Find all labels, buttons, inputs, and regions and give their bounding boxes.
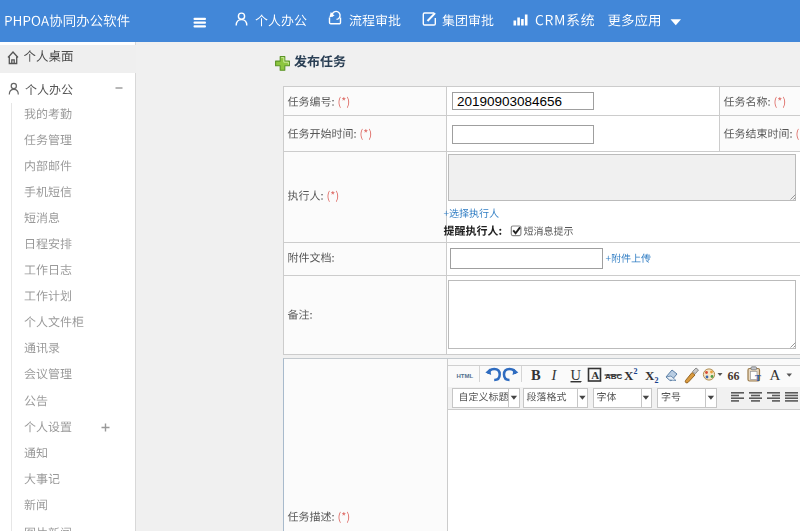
svg-text:A: A bbox=[770, 367, 781, 383]
svg-text:X: X bbox=[645, 368, 655, 383]
svg-text:X: X bbox=[624, 368, 634, 383]
svg-text:66: 66 bbox=[728, 369, 740, 383]
svg-text:A: A bbox=[591, 369, 599, 381]
svg-text:ABC: ABC bbox=[605, 372, 623, 381]
svg-text:U: U bbox=[571, 367, 582, 383]
svg-text:I: I bbox=[551, 367, 558, 383]
svg-text:2: 2 bbox=[655, 376, 659, 385]
svg-text:B: B bbox=[531, 367, 541, 383]
svg-text:2: 2 bbox=[634, 367, 638, 376]
svg-text:T: T bbox=[755, 373, 761, 383]
svg-text:HTML: HTML bbox=[457, 373, 474, 379]
